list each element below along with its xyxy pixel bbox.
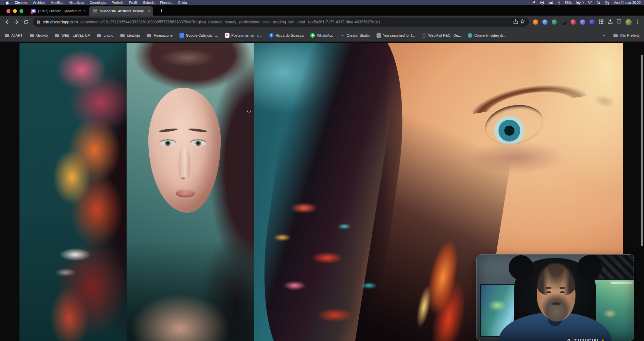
url-path: /attachments/1013512335442333816/1088905… [80, 20, 511, 24]
fox-extension-icon[interactable] [533, 19, 538, 25]
menu-item-visualizza[interactable]: Visualizza [69, 1, 84, 5]
bookmark-label: Growth [36, 33, 48, 37]
facebook-icon: f [269, 33, 274, 38]
address-bar[interactable]: cdn.discordapp.com /attachments/10135123… [33, 18, 529, 27]
screen-record-icon[interactable] [540, 1, 544, 5]
portrait-right-eye [190, 140, 206, 146]
webmail-icon [422, 33, 426, 38]
menu-item-archivio[interactable]: Archivio [33, 1, 45, 5]
wifi-icon[interactable] [588, 1, 592, 4]
browser-toolbar: cdn.discordapp.com /attachments/10135123… [0, 16, 644, 29]
discord-favicon [31, 9, 36, 13]
menu-item-profili[interactable]: Profili [129, 1, 137, 5]
close-window-button[interactable] [6, 9, 10, 13]
bookmark-folder-crypto[interactable]: crypto [97, 33, 113, 37]
grid-icon[interactable] [599, 19, 604, 25]
indigo-extension-icon[interactable] [589, 19, 595, 25]
closeup-color-bokeh [257, 156, 413, 341]
tab-close-icon[interactable]: × [83, 9, 86, 13]
bookmark-folder-ai-art[interactable]: AI ART [5, 33, 23, 37]
back-button[interactable] [5, 19, 10, 25]
page-content: A TIRISIN ✦ [0, 42, 644, 341]
tab-image-attachment[interactable]: MRregista_Abstract_beauty._ × [89, 6, 153, 16]
bookmarks-overflow-chevron[interactable]: » [603, 33, 605, 38]
tab-label: MRregista_Abstract_beauty._ [100, 9, 145, 13]
menu-item-chrome[interactable]: Chrome [15, 1, 28, 5]
tab-discord[interactable]: (2762) Discord | @Midjourney × [27, 6, 89, 16]
new-tab-button[interactable]: + [158, 8, 165, 14]
gmail-icon: M [225, 33, 229, 38]
profile-avatar[interactable] [625, 19, 632, 25]
bookmark-label: You searched for I... [383, 33, 415, 37]
portrait-lips [176, 189, 195, 197]
other-bookmarks-folder[interactable]: Altri Preferiti [613, 33, 639, 37]
apple-menu-icon[interactable] [6, 1, 9, 5]
forward-button[interactable] [14, 19, 19, 25]
bluetooth-icon[interactable] [558, 1, 560, 5]
feather-extension-icon[interactable] [542, 19, 548, 25]
bookmark-label: idealista [127, 33, 140, 37]
bookmark-webmail-pec[interactable]: WebMail PEC - De... [422, 33, 461, 38]
dark-extension-icon[interactable] [561, 19, 566, 25]
upload-icon[interactable] [608, 19, 613, 25]
display-icon[interactable] [549, 1, 553, 4]
bookmark-folder-idealista[interactable]: idealista [120, 33, 140, 37]
bookmark-video-converter[interactable]: Converti i video di... [468, 33, 506, 38]
portrait-left-eyebrow [159, 128, 178, 133]
bookmark-folder-growth[interactable]: Growth [30, 33, 48, 37]
bookmark-gmail-inbox[interactable]: M Posta in arrivo - ri... [225, 33, 262, 38]
whatsapp-icon [310, 33, 315, 38]
minimize-window-button[interactable] [13, 9, 17, 13]
menu-clock[interactable]: Ven 24 mar 20:22 [614, 1, 641, 5]
tab-close-icon[interactable]: × [147, 9, 150, 13]
lock-icon[interactable] [37, 19, 40, 25]
battery-icon [576, 1, 583, 4]
other-bookmarks-label: Altri Preferiti [620, 33, 639, 37]
vertical-scrollbar[interactable] [641, 55, 643, 246]
reload-button[interactable] [23, 19, 29, 25]
caption-text: A TIRISIN [566, 337, 598, 341]
bookmark-label: Converti i video di... [474, 33, 506, 37]
leaf-extension-icon[interactable] [552, 19, 557, 25]
bookmark-folder-web-level-up[interactable]: WEB - LEVEL-UP [55, 33, 90, 37]
closeup-highlight-glow [535, 43, 623, 186]
artwork-panel-abstract-drapery [19, 43, 127, 341]
presenter-head [537, 264, 576, 321]
share-icon[interactable] [514, 19, 518, 25]
meta-icon: ∞ [340, 33, 345, 38]
menu-item-scheda[interactable]: Scheda [143, 1, 155, 5]
bookmark-folder-formazione[interactable]: Formazione [147, 33, 172, 37]
bookmark-label: crypto [104, 33, 113, 37]
bookmark-facebook-profile[interactable]: f Riccardo Scrocca [269, 33, 303, 38]
bookmark-google-calendar[interactable]: Google Calendar -... [180, 33, 218, 38]
menu-item-guida[interactable]: Guida [178, 1, 187, 5]
bookmark-creator-studio[interactable]: ∞ Creator Studio [340, 33, 370, 38]
pink-extension-icon[interactable] [571, 19, 576, 25]
frame-icon[interactable] [617, 19, 621, 25]
bookmarks-bar: AI ART Growth WEB - LEVEL-UP crypto idea… [0, 29, 644, 42]
bookmarks-right-group: » Altri Preferiti [603, 32, 639, 38]
bookmark-label: AI ART [11, 33, 23, 37]
menu-item-finestra[interactable]: Finestra [160, 1, 172, 5]
converter-icon [468, 33, 472, 38]
menu-item-cronologia[interactable]: Cronologia [90, 1, 106, 5]
menu-item-preferiti[interactable]: Preferiti [112, 1, 123, 5]
control-center-icon[interactable] [605, 1, 609, 5]
bookmark-label: WEB - LEVEL-UP [61, 33, 90, 37]
bookmark-search-result[interactable]: You searched for I... [377, 33, 415, 38]
purple-extension-icon[interactable] [580, 19, 585, 25]
bookmark-whatsapp[interactable]: WhatsApp [310, 33, 333, 38]
url-domain: cdn.discordapp.com [43, 20, 78, 24]
chrome-menu-icon[interactable] [636, 20, 639, 24]
location-arrow-icon[interactable] [532, 1, 536, 4]
bookmark-star-icon[interactable] [520, 19, 525, 25]
zoom-window-button[interactable] [19, 9, 23, 13]
webcam-caption: A TIRISIN ✦ [566, 337, 605, 341]
menu-item-modifica[interactable]: Modifica [51, 1, 63, 5]
tab-strip: (2762) Discord | @Midjourney × MRregista… [0, 5, 644, 16]
bookmark-label: Posta in arrivo - ri... [231, 33, 262, 37]
spotlight-search-icon[interactable] [597, 1, 601, 5]
extensions-row [533, 19, 639, 25]
bookmark-label: WhatsApp [317, 33, 333, 37]
macos-screen: Chrome Archivio Modifica Visualizza Cron… [0, 0, 644, 341]
